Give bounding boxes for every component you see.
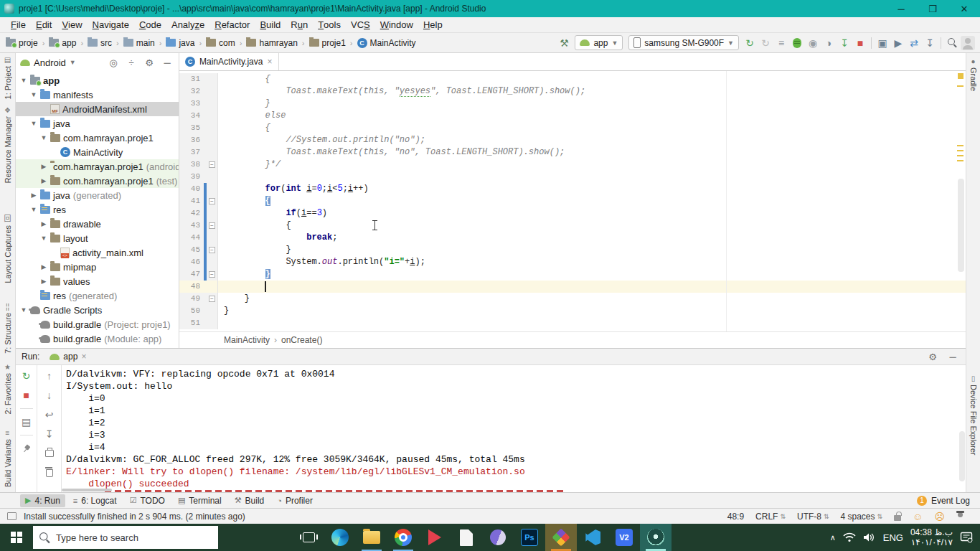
- code-line-51[interactable]: 51: [179, 317, 966, 329]
- rerun-app-button[interactable]: ↻: [20, 369, 33, 382]
- sdk-manager-button[interactable]: ↧: [922, 35, 938, 51]
- breadcrumb-java[interactable]: java: [164, 37, 196, 49]
- tree-item-res[interactable]: ▼res: [16, 202, 179, 217]
- tool-tab-build[interactable]: ⚒Build: [230, 494, 270, 507]
- stop-button[interactable]: ■: [852, 35, 868, 51]
- build-hammer-button[interactable]: ⚒: [556, 35, 572, 51]
- hector-inspector-icon[interactable]: [956, 512, 964, 520]
- tree-item-com-hamrayan-proje1[interactable]: ▶com.hamrayan.proje1 (test): [16, 174, 179, 188]
- code-line-35[interactable]: 35 {: [179, 122, 966, 134]
- close-tab-icon[interactable]: ×: [267, 57, 272, 67]
- inspection-status-icon[interactable]: [958, 73, 963, 79]
- chrome-app[interactable]: [387, 524, 419, 551]
- happy-face-icon[interactable]: ☺: [913, 511, 923, 522]
- tool-tab-terminal[interactable]: ▤Terminal: [173, 494, 227, 507]
- breadcrumb-app[interactable]: app: [47, 37, 77, 49]
- breadcrumb-main[interactable]: main: [122, 37, 156, 49]
- tree-item-java[interactable]: ▶java (generated): [16, 188, 179, 202]
- breadcrumb-src[interactable]: src: [86, 37, 113, 49]
- layout-inspector-button[interactable]: ▶: [890, 35, 906, 51]
- fold-marker-icon[interactable]: −: [209, 296, 215, 302]
- code-line-37[interactable]: 37 Toast.makeText(this, "no", Toast.LENG…: [179, 146, 966, 159]
- editor-scrollbar-thumb[interactable]: [958, 179, 964, 272]
- close-run-tab-icon[interactable]: ×: [81, 352, 86, 362]
- file-explorer-app[interactable]: [356, 524, 387, 551]
- chevron-right-icon[interactable]: ▶: [40, 163, 47, 170]
- run-console[interactable]: D/dalvikvm: VFY: replacing opcode 0x71 a…: [62, 365, 966, 492]
- breadcrumb-proje[interactable]: proje: [4, 37, 39, 49]
- notepad-app[interactable]: [451, 524, 482, 551]
- chevron-down-icon[interactable]: ▼: [20, 77, 27, 84]
- menu-view[interactable]: View: [57, 17, 87, 33]
- code-line-41[interactable]: 41− {: [179, 195, 966, 207]
- vertical-scrollbar-thumb[interactable]: [959, 431, 965, 481]
- tool-button-2-favorites[interactable]: ★2: Favorites: [0, 363, 15, 414]
- code-line-40[interactable]: 40 for(int i=0;i<5;i++): [179, 183, 966, 195]
- code-line-32[interactable]: 32 Toast.makeText(this, "yesyes", Toast.…: [179, 85, 966, 98]
- menu-file[interactable]: File: [6, 17, 31, 33]
- chevron-down-icon[interactable]: ▼: [40, 134, 47, 141]
- line-ending-select[interactable]: CRLF⇅: [755, 512, 786, 522]
- maximize-button[interactable]: ❒: [917, 0, 948, 17]
- menu-tools[interactable]: Tools: [313, 17, 346, 33]
- debug-button[interactable]: [789, 35, 805, 51]
- menu-analyze[interactable]: Analyze: [166, 17, 209, 33]
- profiler-run-button[interactable]: ↧: [837, 35, 852, 51]
- collapse-all-icon[interactable]: ÷: [124, 57, 138, 68]
- code-line-49[interactable]: 49− }: [179, 293, 966, 305]
- tree-item-com-hamrayan-proje1[interactable]: ▼com.hamrayan.proje1: [16, 131, 179, 145]
- chevron-right-icon[interactable]: ▶: [40, 263, 47, 270]
- vscode-app[interactable]: [577, 524, 608, 551]
- code-line-38[interactable]: 38− }*/: [179, 159, 966, 171]
- menu-navigate[interactable]: Navigate: [88, 17, 134, 33]
- apply-changes-button[interactable]: ≡: [773, 35, 789, 51]
- tool-tab-todo[interactable]: ☑TODO: [125, 494, 170, 507]
- tool-button-7-structure[interactable]: ¦¦7: Structure: [0, 303, 15, 354]
- code-line-31[interactable]: 31 {: [179, 73, 966, 85]
- emulator-app[interactable]: [545, 524, 577, 551]
- fold-marker-icon[interactable]: −: [209, 222, 215, 229]
- device-manager-button[interactable]: ▣: [875, 35, 890, 51]
- indent-select[interactable]: 4 spaces⇅: [841, 512, 883, 522]
- v2ray-app[interactable]: V2: [608, 524, 640, 551]
- tree-item-values[interactable]: ▶values: [16, 274, 179, 288]
- chevron-down-icon[interactable]: ▼: [40, 235, 47, 242]
- wifi-icon[interactable]: [843, 532, 856, 542]
- tree-item-gradle-scripts[interactable]: ▼Gradle Scripts: [16, 303, 179, 317]
- code-line-44[interactable]: 44 break;: [179, 232, 966, 244]
- run-configuration-select[interactable]: app▼: [575, 35, 623, 50]
- notification-center-icon[interactable]: [960, 532, 973, 543]
- minimize-button[interactable]: ─: [885, 0, 917, 17]
- breadcrumb-MainActivity[interactable]: CMainActivity: [356, 37, 418, 49]
- code-line-39[interactable]: 39: [179, 171, 966, 183]
- task-view-button[interactable]: [293, 524, 324, 551]
- tool-button-build-variants[interactable]: ≡Build Variants: [0, 429, 15, 487]
- tree-item-build-gradle[interactable]: build.gradle (Module: app): [16, 331, 179, 346]
- tree-item-activity-main-xml[interactable]: activity_main.xml: [16, 245, 179, 260]
- run-settings-icon[interactable]: ⚙: [925, 352, 940, 362]
- code-line-48[interactable]: 48: [179, 281, 966, 293]
- tree-item-drawable[interactable]: ▶drawable: [16, 217, 179, 231]
- photoshop-app[interactable]: Ps: [514, 524, 545, 551]
- code-line-34[interactable]: 34 else: [179, 110, 966, 122]
- code-line-43[interactable]: 43− {: [179, 220, 966, 232]
- language-indicator[interactable]: ENG: [883, 532, 903, 543]
- rerun-disabled-button[interactable]: ↻: [758, 35, 773, 51]
- chevron-right-icon[interactable]: ▶: [30, 192, 37, 199]
- rerun-button[interactable]: ↻: [742, 35, 758, 51]
- menu-build[interactable]: Build: [255, 17, 286, 33]
- settings-icon[interactable]: ⚙: [142, 57, 156, 68]
- chevron-right-icon[interactable]: ▶: [40, 177, 47, 184]
- tree-item-androidmanifest-xml[interactable]: MFAndroidManifest.xml: [16, 102, 179, 116]
- attach-profiler-button[interactable]: ◉: [805, 35, 821, 51]
- chevron-right-icon[interactable]: ▶: [40, 220, 47, 227]
- tree-item-mipmap[interactable]: ▶mipmap: [16, 260, 179, 274]
- project-view-select[interactable]: Android: [34, 57, 66, 68]
- volume-icon[interactable]: [863, 532, 876, 542]
- menu-help[interactable]: Help: [418, 17, 448, 33]
- tool-tab-6-logcat[interactable]: ≡6: Logcat: [68, 494, 122, 507]
- up-stack-trace-button[interactable]: ↑: [43, 369, 56, 382]
- breadcrumb-hamrayan[interactable]: hamrayan: [245, 37, 298, 49]
- menu-run[interactable]: Run: [286, 17, 313, 33]
- event-log-button[interactable]: 1 Event Log: [917, 496, 980, 506]
